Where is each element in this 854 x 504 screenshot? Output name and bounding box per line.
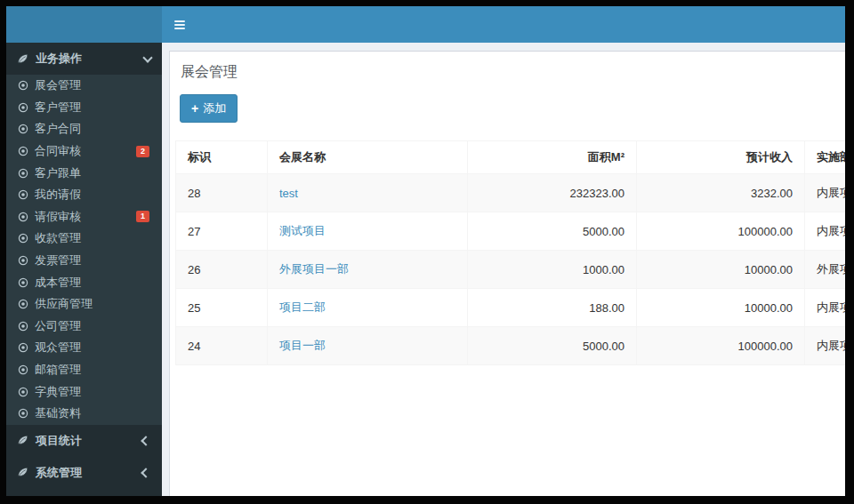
add-button[interactable]: + 添加 [180, 94, 238, 123]
section-label: 项目统计 [36, 433, 82, 449]
leaf-icon [17, 435, 28, 446]
sidebar-section-system-mgmt[interactable]: 系统管理 [6, 457, 162, 489]
cell-dept: 外展项目部 [805, 251, 846, 289]
sidebar-item-dictionary-mgmt[interactable]: 字典管理 [6, 380, 162, 403]
cell-id: 28 [176, 174, 268, 212]
add-button-label: 添加 [203, 100, 226, 116]
circle-dot-icon [18, 189, 28, 200]
column-header-area: 面积M² [468, 141, 637, 174]
circle-dot-icon [18, 102, 28, 113]
circle-dot-icon [18, 255, 28, 266]
sidebar-item-customer-contract[interactable]: 客户合同 [6, 118, 162, 140]
sidebar-item-exhibition-mgmt[interactable]: 展会管理 [6, 75, 162, 97]
cell-income: 100000.00 [637, 212, 805, 251]
cell-name: test [268, 174, 468, 212]
app-window: 业务操作 展会管理 客户管理 客户合同 合同审核 2 [6, 6, 845, 496]
page-title: 展会管理 [181, 63, 845, 82]
sidebar-item-cost-mgmt[interactable]: 成本管理 [6, 271, 162, 293]
table-header-row: 标识 会展名称 面积M² 预计收入 实施部门 [176, 141, 846, 174]
content-area: 展会管理 + 添加 标识 会展名称 面积M² 预计收入 实施部门 [162, 43, 845, 496]
panel-header: 展会管理 [170, 52, 845, 87]
business-ops-submenu: 展会管理 客户管理 客户合同 合同审核 2 客户跟单 我的请假 [6, 75, 162, 425]
sidebar-item-leave-review[interactable]: 请假审核 1 [6, 206, 162, 228]
cell-id: 27 [176, 212, 268, 251]
chevron-left-icon [141, 468, 150, 477]
circle-dot-icon [18, 277, 28, 288]
column-header-name: 会展名称 [268, 141, 468, 174]
sidebar-toggle-button[interactable] [162, 6, 197, 43]
exhibition-table: 标识 会展名称 面积M² 预计收入 实施部门 28 test 232323.00 [175, 140, 845, 365]
notification-badge: 1 [136, 211, 149, 222]
cell-income: 3232.00 [637, 174, 805, 212]
notification-badge: 2 [136, 146, 149, 157]
section-label: 业务操作 [36, 51, 82, 67]
panel-body: + 添加 标识 会展名称 面积M² 预计收入 实施部门 [170, 87, 845, 374]
cell-id: 25 [176, 289, 268, 327]
sidebar-section-project-stats[interactable]: 项目统计 [6, 425, 162, 457]
plus-icon: + [191, 102, 198, 115]
circle-dot-icon [18, 342, 28, 353]
cell-name: 外展项目一部 [268, 251, 468, 289]
chevron-left-icon [141, 436, 150, 445]
column-header-income: 预计收入 [637, 141, 805, 174]
sidebar-item-payment-mgmt[interactable]: 收款管理 [6, 228, 162, 250]
cell-id: 26 [176, 251, 268, 289]
sidebar-item-basic-data[interactable]: 基础资料 [6, 403, 162, 425]
circle-dot-icon [18, 124, 28, 134]
logo-area [6, 6, 162, 43]
sidebar-item-customer-orders[interactable]: 客户跟单 [6, 162, 162, 184]
cell-area: 232323.00 [468, 174, 637, 212]
cell-dept: 内展项目部 [805, 289, 846, 327]
cell-dept: 内展项目部 [805, 212, 846, 251]
sidebar: 业务操作 展会管理 客户管理 客户合同 合同审核 2 [6, 43, 162, 496]
cell-area: 5000.00 [468, 327, 637, 365]
section-label: 系统管理 [36, 465, 82, 481]
column-header-dept: 实施部门 [805, 141, 846, 174]
top-navbar [6, 6, 845, 43]
sidebar-item-contract-review[interactable]: 合同审核 2 [6, 140, 162, 163]
circle-dot-icon [18, 80, 28, 91]
sidebar-item-supplier-mgmt[interactable]: 供应商管理 [6, 293, 162, 316]
leaf-icon [17, 53, 28, 65]
chevron-down-icon [142, 52, 152, 62]
sidebar-item-customer-mgmt[interactable]: 客户管理 [6, 97, 162, 119]
navbar-strip [162, 6, 845, 43]
column-header-id: 标识 [176, 141, 268, 174]
circle-dot-icon [18, 387, 28, 397]
circle-dot-icon [18, 364, 28, 375]
cell-income: 10000.00 [637, 289, 805, 327]
leaf-icon [17, 467, 28, 478]
cell-name: 测试项目 [268, 212, 468, 251]
cell-dept: 内展项目部 [805, 327, 846, 365]
cell-name: 项目一部 [268, 327, 468, 365]
exhibition-link[interactable]: 测试项目 [279, 224, 326, 237]
cell-id: 24 [176, 327, 268, 365]
sidebar-section-business-ops[interactable]: 业务操作 [6, 43, 162, 75]
table-row: 24 项目一部 5000.00 100000.00 内展项目部 [176, 327, 846, 365]
exhibition-link[interactable]: 项目二部 [279, 300, 326, 314]
circle-dot-icon [18, 233, 28, 244]
circle-dot-icon [18, 408, 28, 419]
table-row: 25 项目二部 188.00 10000.00 内展项目部 [176, 289, 846, 327]
cell-income: 100000.00 [637, 327, 805, 365]
exhibition-link[interactable]: 项目一部 [279, 339, 326, 352]
circle-dot-icon [18, 299, 28, 309]
sidebar-item-my-leave[interactable]: 我的请假 [6, 184, 162, 206]
exhibition-link[interactable]: test [279, 187, 298, 200]
cell-area: 1000.00 [468, 251, 637, 289]
exhibition-link[interactable]: 外展项目一部 [279, 262, 349, 276]
sidebar-item-invoice-mgmt[interactable]: 发票管理 [6, 250, 162, 272]
menu-icon [174, 20, 185, 22]
cell-dept: 内展项目部 [805, 174, 846, 212]
circle-dot-icon [18, 168, 28, 179]
table-row: 28 test 232323.00 3232.00 内展项目部 [176, 174, 846, 212]
circle-dot-icon [18, 321, 28, 332]
table-row: 26 外展项目一部 1000.00 10000.00 外展项目部 [176, 251, 846, 289]
sidebar-item-audience-mgmt[interactable]: 观众管理 [6, 337, 162, 359]
cell-area: 5000.00 [468, 212, 637, 251]
sidebar-item-company-mgmt[interactable]: 公司管理 [6, 316, 162, 338]
circle-dot-icon [18, 146, 28, 156]
table-row: 27 测试项目 5000.00 100000.00 内展项目部 [176, 212, 846, 251]
sidebar-item-mailbox-mgmt[interactable]: 邮箱管理 [6, 359, 162, 381]
cell-income: 10000.00 [637, 251, 805, 289]
